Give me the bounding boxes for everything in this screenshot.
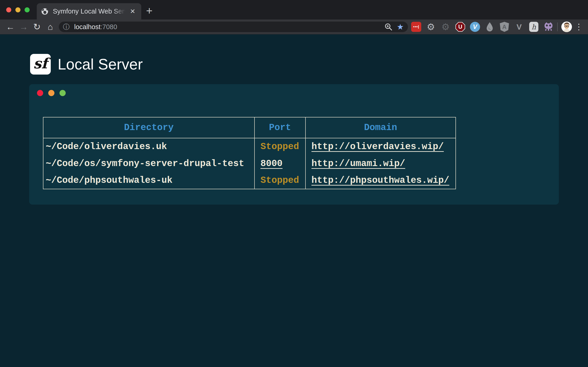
orange-dot-icon xyxy=(48,90,54,96)
forward-button[interactable]: → xyxy=(17,20,30,33)
globe-favicon-icon xyxy=(41,8,48,15)
url-text[interactable]: localhost:7080 xyxy=(74,23,384,31)
octocat-icon xyxy=(544,22,553,32)
window-controls xyxy=(6,7,30,12)
tampermonkey-disabled-extension-icon[interactable]: ⚙ xyxy=(441,22,451,32)
domain-cell: http://umami.wip/ xyxy=(305,155,456,172)
domain-column-header: Domain xyxy=(305,117,456,138)
window-minimize-button[interactable] xyxy=(15,7,20,12)
green-dot-icon xyxy=(60,90,66,96)
browser-tab[interactable]: Symfony Local Web Server: Prox ✕ xyxy=(37,3,141,19)
github-octocat-extension-icon[interactable] xyxy=(544,22,553,32)
reload-icon: ↻ xyxy=(33,23,41,31)
h-extension-icon[interactable]: h xyxy=(529,22,539,32)
reload-button[interactable]: ↻ xyxy=(30,20,44,33)
directory-column-header: Directory xyxy=(43,117,254,138)
back-arrow-icon: ← xyxy=(6,23,15,31)
forward-arrow-icon: → xyxy=(19,23,28,31)
vue-devtools-extension-icon[interactable]: V xyxy=(514,22,524,32)
red-dot-icon xyxy=(37,90,43,96)
directory-cell: ~/Code/phpsouthwales-uk xyxy=(43,172,254,189)
port-column-header: Port xyxy=(254,117,305,138)
port-cell: Stopped xyxy=(254,172,305,189)
browser-toolbar: ← → ↻ ⌂ ⓘ localhost:7080 ★ •••| ⚙ ⚙ U xyxy=(0,19,588,34)
extensions-row: •••| ⚙ ⚙ U V A V h xyxy=(411,22,553,32)
lastpass-extension-icon[interactable]: •••| xyxy=(411,22,421,32)
table-row: ~/Code/os/symfony-server-drupal-test 800… xyxy=(43,155,456,172)
page-info-icon[interactable]: ⓘ xyxy=(63,24,69,30)
url-host: localhost xyxy=(74,23,100,31)
zoom-in-icon[interactable] xyxy=(384,23,392,31)
gear-icon: ⚙ xyxy=(427,22,435,31)
url-port: :7080 xyxy=(100,23,117,31)
browser-menu-button[interactable]: ⋮ xyxy=(573,21,584,32)
octagon-icon: U xyxy=(456,22,465,32)
gear-dim-icon: ⚙ xyxy=(441,22,450,31)
domain-cell: http://phpsouthwales.wip/ xyxy=(305,172,456,189)
home-icon: ⌂ xyxy=(48,23,53,31)
domain-link[interactable]: http://oliverdavies.wip/ xyxy=(311,142,444,152)
site-header: sf Local Server xyxy=(30,54,143,75)
droplet-icon xyxy=(485,22,494,32)
domain-link[interactable]: http://phpsouthwales.wip/ xyxy=(311,175,449,186)
page-content: sf Local Server Directory Port Domain xyxy=(0,35,588,367)
bookmark-star-icon[interactable]: ★ xyxy=(397,23,404,31)
ublock-letter: U xyxy=(456,23,465,31)
new-tab-button[interactable]: + xyxy=(143,4,156,17)
table-row: ~/Code/phpsouthwales-uk Stopped http://p… xyxy=(43,172,456,189)
window-zoom-button[interactable] xyxy=(25,7,30,12)
directory-cell: ~/Code/os/symfony-server-drupal-test xyxy=(43,155,254,172)
table-row: ~/Code/oliverdavies.uk Stopped http://ol… xyxy=(43,138,456,155)
status-badge: Stopped xyxy=(260,142,299,152)
server-panel: Directory Port Domain ~/Code/oliverdavie… xyxy=(29,84,559,205)
ublock-origin-extension-icon[interactable]: U xyxy=(455,22,465,32)
directory-cell: ~/Code/oliverdavies.uk xyxy=(43,138,254,155)
home-button[interactable]: ⌂ xyxy=(44,20,57,33)
symfony-sf-glyph: sf xyxy=(33,55,48,72)
window-close-button[interactable] xyxy=(6,7,11,12)
port-link[interactable]: 8000 xyxy=(260,158,283,169)
angular-extension-icon[interactable]: A xyxy=(499,22,510,32)
toolbar-separator xyxy=(557,23,558,31)
table-header-row: Directory Port Domain xyxy=(43,117,456,138)
port-cell: Stopped xyxy=(254,138,305,155)
servers-table: Directory Port Domain ~/Code/oliverdavie… xyxy=(43,117,456,189)
domain-link[interactable]: http://umami.wip/ xyxy=(311,158,405,169)
avatar-portrait xyxy=(561,22,572,32)
tab-title: Symfony Local Web Server: Prox xyxy=(53,8,127,15)
address-bar[interactable]: ⓘ localhost:7080 ★ xyxy=(59,22,408,32)
status-badge: Stopped xyxy=(260,175,299,186)
vimium-extension-icon[interactable]: V xyxy=(470,22,480,32)
angular-letter: A xyxy=(502,23,507,31)
page-title: Local Server xyxy=(58,56,143,73)
symfony-logo: sf xyxy=(30,54,51,75)
tab-close-icon[interactable]: ✕ xyxy=(129,7,137,16)
domain-cell: http://oliverdavies.wip/ xyxy=(305,138,456,155)
tab-strip: Symfony Local Web Server: Prox ✕ + xyxy=(0,0,588,19)
profile-avatar[interactable] xyxy=(561,22,572,32)
tampermonkey-extension-icon[interactable]: ⚙ xyxy=(426,22,436,32)
panel-traffic-dots xyxy=(37,90,66,96)
drupal-extension-icon[interactable] xyxy=(485,22,495,32)
port-cell: 8000 xyxy=(254,155,305,172)
shield-icon: A xyxy=(500,22,509,32)
back-button[interactable]: ← xyxy=(4,20,17,33)
h-letter-tile: h xyxy=(529,22,538,32)
